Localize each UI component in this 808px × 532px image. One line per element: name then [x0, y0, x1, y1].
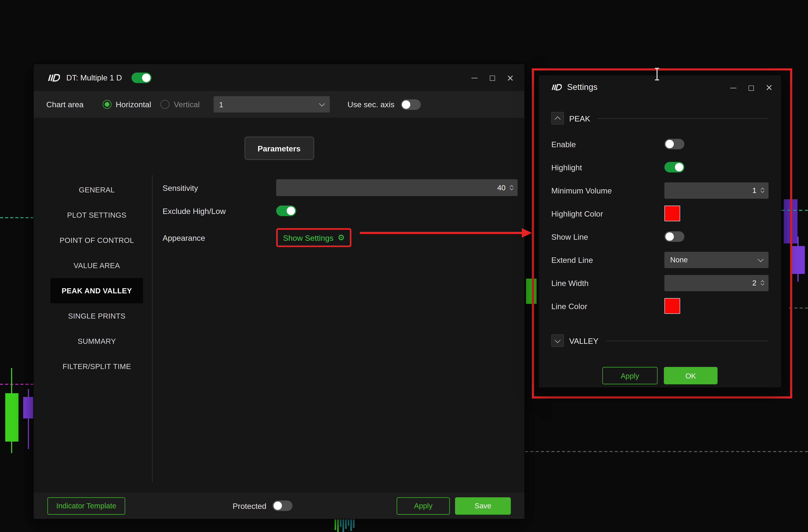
- chart-dashed-line: [0, 217, 34, 218]
- settings-apply-button[interactable]: Apply: [602, 367, 658, 384]
- app-logo-icon: [550, 83, 562, 91]
- highlight-color-swatch[interactable]: [664, 206, 680, 221]
- volume-bars: [334, 519, 354, 532]
- maximize-button[interactable]: □: [743, 80, 759, 95]
- divider: [606, 340, 769, 341]
- chart-dashed-line: [782, 210, 808, 211]
- sidebar-item-plot-settings[interactable]: PLOT SETTINGS: [51, 203, 143, 228]
- highlight-color-row: Highlight Color: [551, 202, 769, 225]
- indicator-enabled-toggle[interactable]: [131, 72, 151, 83]
- show-line-row: Show Line: [551, 225, 769, 248]
- peak-section-header[interactable]: PEAK: [551, 108, 769, 129]
- title-bar: DT: Multiple 1 D — □ ×: [34, 64, 525, 91]
- window-title: DT: Multiple 1 D: [66, 73, 122, 82]
- extend-line-select[interactable]: None: [664, 252, 769, 268]
- indicator-template-button[interactable]: Indicator Template: [47, 497, 125, 514]
- minimize-button[interactable]: —: [726, 80, 741, 95]
- toggle-knob: [287, 207, 295, 215]
- peak-rows: Enable Highlight Minimum Volume 1 Highli…: [551, 132, 769, 318]
- chart-number-select[interactable]: 1: [214, 96, 330, 113]
- minimize-button[interactable]: —: [466, 70, 482, 85]
- toggle-knob: [675, 163, 683, 171]
- exclude-high-low-label: Exclude High/Low: [163, 206, 276, 215]
- radio-horizontal[interactable]: [103, 100, 111, 109]
- settings-ok-button[interactable]: OK: [664, 367, 718, 384]
- settings-window: Settings — □ × PEAK Enable Highlight: [539, 75, 781, 387]
- line-width-row: Line Width 2: [551, 271, 769, 294]
- protected-label: Protected: [233, 501, 267, 510]
- sensitivity-label: Sensitivity: [163, 183, 276, 192]
- toggle-knob: [665, 232, 674, 241]
- highlight-row: Highlight: [551, 156, 769, 179]
- show-settings-link[interactable]: Show Settings: [283, 233, 333, 242]
- line-color-swatch[interactable]: [664, 298, 680, 314]
- show-line-toggle[interactable]: [664, 231, 684, 242]
- sidebar-item-filter-split-time[interactable]: FILTER/SPLIT TIME: [51, 354, 143, 379]
- radio-vertical-label: Vertical: [174, 100, 200, 109]
- radio-vertical[interactable]: [161, 100, 169, 109]
- sensitivity-row: Sensitivity 40: [163, 179, 518, 196]
- spinner[interactable]: [510, 186, 513, 190]
- chevron-up-icon: [555, 116, 561, 122]
- annotation-arrow-line: [360, 232, 522, 234]
- exclude-high-low-toggle[interactable]: [276, 206, 296, 216]
- ibeam-cursor: [654, 67, 660, 81]
- settings-body: PEAK Enable Highlight Minimum Volume 1: [539, 108, 781, 384]
- valley-section-header[interactable]: VALLEY: [551, 330, 769, 351]
- exclude-high-low-row: Exclude High/Low: [163, 203, 518, 219]
- chart-dashed-line: [525, 451, 808, 452]
- tab-row: Parameters: [34, 137, 525, 160]
- minimum-volume-row: Minimum Volume 1: [551, 179, 769, 202]
- chart-dashed-line: [789, 307, 808, 309]
- toggle-knob: [274, 501, 282, 510]
- sidebar-item-general[interactable]: GENERAL: [51, 177, 143, 203]
- sidebar-item-single-prints[interactable]: SINGLE PRINTS: [51, 303, 143, 328]
- chart-area-bar: Chart area Horizontal Vertical 1 Use sec…: [34, 91, 525, 118]
- line-width-input[interactable]: 2: [664, 275, 769, 291]
- apply-button[interactable]: Apply: [397, 497, 450, 514]
- enable-toggle[interactable]: [664, 139, 684, 149]
- window-controls: — □ ×: [726, 80, 777, 95]
- appearance-label: Appearance: [163, 233, 276, 242]
- sidebar-item-peak-and-valley[interactable]: PEAK AND VALLEY: [51, 278, 143, 303]
- sec-axis-label: Use sec. axis: [348, 100, 394, 109]
- toggle-knob: [402, 100, 410, 109]
- chart-dashed-line: [0, 384, 34, 385]
- radio-horizontal-label: Horizontal: [116, 100, 151, 109]
- close-button[interactable]: ×: [761, 80, 777, 95]
- window-controls: — □ ×: [466, 70, 518, 85]
- app-logo-icon: [46, 73, 60, 82]
- protected-toggle[interactable]: [273, 500, 293, 511]
- collapse-icon[interactable]: [551, 112, 564, 125]
- sec-axis-toggle[interactable]: [401, 99, 421, 110]
- save-button[interactable]: Save: [455, 497, 511, 514]
- highlight-toggle[interactable]: [664, 162, 684, 172]
- chevron-down-icon: [319, 100, 325, 107]
- chart-area-label: Chart area: [46, 100, 84, 109]
- spinner[interactable]: [761, 188, 764, 192]
- chevron-down-icon: [758, 256, 764, 262]
- candle-body-purple: [791, 246, 805, 274]
- expand-icon[interactable]: [551, 334, 564, 347]
- settings-sidebar: GENERAL PLOT SETTINGS POINT OF CONTROL V…: [51, 177, 143, 379]
- extend-line-row: Extend Line None: [551, 248, 769, 271]
- toggle-knob: [665, 140, 674, 148]
- sensitivity-input[interactable]: 40: [276, 179, 518, 196]
- toggle-knob: [142, 73, 150, 82]
- close-button[interactable]: ×: [502, 70, 518, 85]
- divider: [152, 175, 152, 482]
- appearance-row: Appearance Show Settings ⚙: [163, 226, 518, 250]
- line-color-row: Line Color: [551, 294, 769, 318]
- spinner[interactable]: [761, 281, 764, 285]
- minimum-volume-input[interactable]: 1: [664, 182, 769, 198]
- parameters-panel: Sensitivity 40 Exclude High/Low Appearan…: [163, 179, 518, 256]
- chevron-down-icon: [555, 337, 561, 343]
- window-title: Settings: [567, 82, 598, 92]
- footer-bar: Indicator Template Protected Apply Save: [34, 493, 525, 519]
- sidebar-item-summary[interactable]: SUMMARY: [51, 328, 143, 354]
- candle-body-green: [5, 393, 18, 442]
- tab-parameters[interactable]: Parameters: [244, 137, 314, 160]
- sidebar-item-value-area[interactable]: VALUE AREA: [51, 253, 143, 278]
- sidebar-item-point-of-control[interactable]: POINT OF CONTROL: [51, 228, 143, 253]
- maximize-button[interactable]: □: [484, 70, 500, 85]
